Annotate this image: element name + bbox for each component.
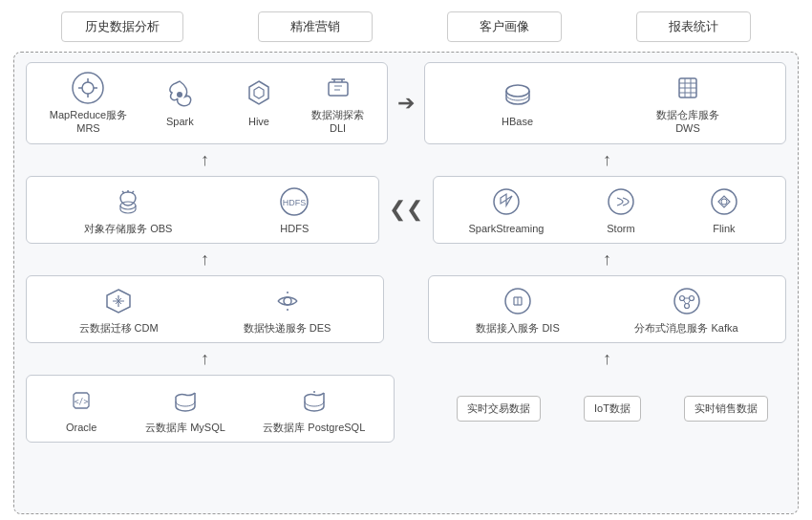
top-btn-report[interactable]: 报表统计 [636,11,751,42]
kafka-icon [670,284,704,318]
icon-item-oracle: </> Oracle [55,383,108,434]
svg-rect-4 [329,82,348,96]
icon-item-flink: Flink [697,184,750,235]
icon-item-postgresql: 云数据库 PostgreSQL [263,383,365,434]
row2-right-box: SparkStreaming Storm F [433,176,786,244]
icon-item-mysql: 云数据库 MySQL [145,383,225,434]
arrow-up-right3: ↑ [603,349,611,369]
mysql-icon [168,383,203,418]
inter-row2-row3-arrows: ↑ ↑ [26,249,786,270]
icon-item-dli: 数据湖探索 DLI [311,71,364,136]
svg-text:HDFS: HDFS [283,198,307,207]
hbase-icon [501,77,535,112]
svg-point-24 [689,295,694,300]
row3-left-box: 云数据迁移 CDM 数据快递服务 DES [26,275,384,343]
storm-icon [604,184,638,219]
icon-item-hdfs: HDFS HDFS [268,184,321,235]
icon-item-kafka: 分布式消息服务 Kafka [634,284,737,335]
bottom-row: </> Oracle 云数据库 MySQL [26,375,786,443]
svg-point-12 [712,189,737,214]
inter-row3-bottom-arrows: ↑ ↑ [26,349,786,369]
realtime-transaction-btn: 实时交易数据 [457,396,541,422]
svg-marker-2 [249,81,268,104]
dis-icon [501,284,535,318]
svg-point-15 [284,297,291,305]
des-icon [270,284,305,318]
icon-item-des: 数据快递服务 DES [244,284,331,335]
icon-item-cdm: 云数据迁移 CDM [79,284,159,335]
svg-point-13 [721,199,727,205]
iot-data-btn: IoT数据 [584,396,641,422]
postgresql-icon [297,383,331,418]
svg-point-0 [73,73,103,103]
icon-item-spark: Spark [154,77,206,128]
arrow-up-left3: ↑ [201,349,209,369]
top-btn-portrait[interactable]: 客户画像 [447,11,562,42]
svg-point-25 [684,303,689,308]
flink-icon [707,184,741,219]
row1-right-box: HBase 数据仓库服务 DWS [424,62,786,144]
row2-arrow-left: ❮❮ [387,176,425,244]
svg-line-27 [683,300,686,304]
hive-icon [242,77,276,112]
top-btn-marketing[interactable]: 精准营销 [258,11,373,42]
svg-point-11 [609,189,633,214]
dws-icon [671,71,705,105]
svg-line-28 [688,300,691,304]
svg-point-1 [177,92,182,98]
main-container: MapReduce服务 MRS Spark Hive [13,52,799,514]
icon-item-sparkstreaming: SparkStreaming [469,184,545,235]
cdm-icon [101,284,136,318]
bottom-right-box: 实时交易数据 IoT数据 实时销售数据 [438,396,786,422]
arrow-up-left: ↑ [201,150,209,170]
icon-item-hive: Hive [232,77,285,128]
spark-icon [162,77,197,112]
icon-item-obs: 对象存储服务 OBS [84,184,172,235]
icon-item-hbase: HBase [491,77,544,128]
top-btn-history[interactable]: 历史数据分析 [61,11,183,42]
svg-point-23 [679,295,684,300]
row1: MapReduce服务 MRS Spark Hive [26,62,786,144]
hdfs-icon: HDFS [277,184,311,219]
icon-item-dws: 数据仓库服务 DWS [656,71,719,136]
svg-point-22 [674,289,699,314]
top-bar: 历史数据分析 精准营销 客户画像 报表统计 [0,6,812,48]
row3-right-box: 数据接入服务 DIS 分布式消息服务 Kafka [428,275,786,343]
dli-icon [321,71,355,105]
realtime-sales-btn: 实时销售数据 [684,396,768,422]
row2: 对象存储服务 OBS HDFS HDFS ❮❮ [26,176,786,244]
mapreduce-icon [71,71,105,105]
sparkstreaming-icon [489,184,524,219]
icon-item-mrs: MapReduce服务 MRS [50,71,127,136]
arrow-up-left2: ↑ [201,249,209,270]
app-root: 历史数据分析 精准营销 客户画像 报表统计 MapReduce服务 MRS [0,0,812,520]
obs-icon [111,184,145,219]
svg-point-5 [506,85,529,97]
icon-item-storm: Storm [594,184,647,235]
arrow-up-right2: ↑ [603,249,611,270]
arrow-up-right: ↑ [603,150,611,170]
inter-row1-row2-arrows: ↑ ↑ [26,150,786,170]
row1-left-box: MapReduce服务 MRS Spark Hive [26,62,388,144]
row1-arrow-right: ➔ [395,62,417,144]
icon-item-dis: 数据接入服务 DIS [476,284,559,335]
row2-left-box: 对象存储服务 OBS HDFS HDFS [26,176,379,244]
oracle-icon: </> [64,383,98,418]
row3: 云数据迁移 CDM 数据快递服务 DES [26,275,786,343]
svg-text:</>: </> [75,398,89,406]
svg-marker-3 [254,87,264,98]
bottom-left-box: </> Oracle 云数据库 MySQL [26,375,395,443]
